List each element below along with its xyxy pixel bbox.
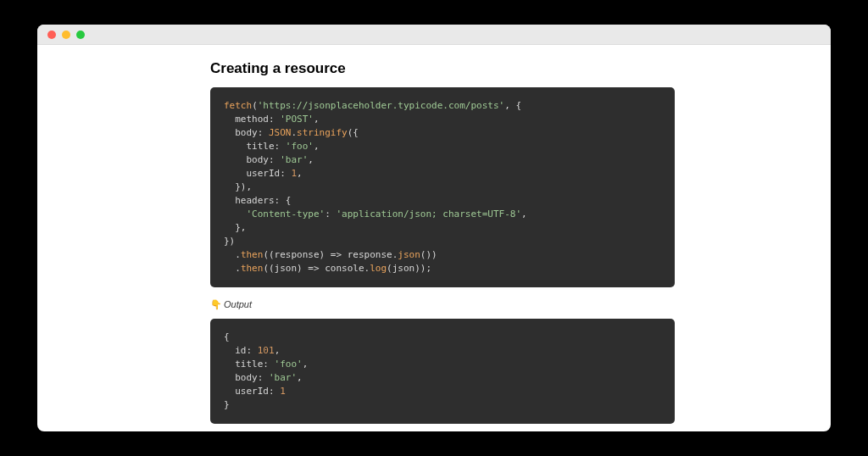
code-token: body: (224, 127, 269, 138)
maximize-icon[interactable] (76, 31, 85, 39)
code-token: method: (224, 114, 280, 125)
code-token: 'https://jsonplaceholder.typicode.com/po… (258, 100, 504, 111)
code-token: 'bar' (280, 154, 308, 165)
article-body: Creating a resource fetch('https://jsonp… (210, 60, 675, 424)
code-token: 1 (280, 386, 286, 397)
code-token: , (308, 154, 314, 165)
code-block-request: fetch('https://jsonplaceholder.typicode.… (210, 87, 675, 287)
code-token: 'application/json; charset=UTF-8' (336, 209, 521, 220)
code-token: then (241, 263, 264, 274)
code-token: (json)); (387, 263, 431, 274)
code-token: , (275, 345, 281, 356)
code-token: title: (224, 141, 286, 152)
code-token: , (314, 114, 320, 125)
code-token: }), (224, 181, 252, 192)
code-token: log (370, 263, 387, 274)
point-down-icon: 👇 (210, 299, 222, 309)
code-token: . (224, 249, 241, 260)
code-token: ((response) => response. (263, 249, 398, 260)
code-token: 101 (258, 345, 275, 356)
code-token: headers: { (224, 195, 291, 206)
window-title-bar (37, 25, 831, 45)
code-token: , (297, 372, 303, 383)
code-token: : (325, 209, 336, 220)
code-token: ({ (348, 127, 359, 138)
code-token: { (224, 331, 230, 342)
code-token: }, (224, 222, 247, 233)
code-token: title: (224, 359, 275, 370)
code-token: body: (224, 154, 280, 165)
code-token: userId: (224, 168, 291, 179)
code-token: } (224, 399, 230, 410)
code-token: ( (252, 100, 258, 111)
code-token: , (521, 209, 527, 220)
browser-window: Creating a resource fetch('https://jsonp… (37, 25, 831, 431)
code-token: JSON (269, 127, 292, 138)
page-content: Creating a resource fetch('https://jsonp… (37, 45, 831, 431)
code-token: , (314, 141, 320, 152)
code-token (224, 209, 247, 220)
code-token: fetch (224, 100, 252, 111)
code-token: . (224, 263, 241, 274)
close-icon[interactable] (47, 31, 56, 39)
code-token: ()) (420, 249, 437, 260)
code-token: ((json) => console. (263, 263, 370, 274)
output-label-text: Output (224, 299, 252, 309)
code-token: then (241, 249, 264, 260)
code-block-output: { id: 101, title: 'foo', body: 'bar', us… (210, 319, 675, 424)
code-token: body: (224, 372, 269, 383)
code-token: 'bar' (269, 372, 297, 383)
output-label: 👇Output (210, 299, 675, 310)
code-token: 'POST' (280, 114, 314, 125)
code-token: id: (224, 345, 258, 356)
section-heading: Creating a resource (210, 60, 675, 77)
code-token: 'foo' (286, 141, 314, 152)
code-token: , (303, 359, 309, 370)
code-token: , { (504, 100, 521, 111)
code-token: 'foo' (275, 359, 303, 370)
code-token: , (297, 168, 303, 179)
code-token: 'Content-type' (247, 209, 326, 220)
code-token: }) (224, 236, 235, 247)
code-token: stringify (297, 127, 348, 138)
code-token: userId: (224, 386, 280, 397)
code-token: json (398, 249, 420, 260)
minimize-icon[interactable] (62, 31, 70, 39)
